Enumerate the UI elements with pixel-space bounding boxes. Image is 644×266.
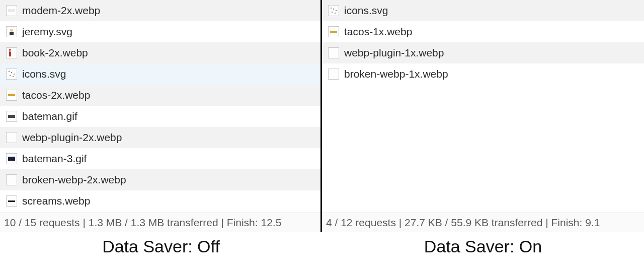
thumb-person-icon [6,26,17,37]
request-row[interactable]: bateman.gif [0,106,320,127]
thumb-book-icon [6,47,17,58]
request-name: broken-webp-1x.webp [344,68,448,80]
svg-point-7 [14,74,15,75]
request-list-right: icons.svgtacos-1x.webpwebp-plugin-1x.web… [322,0,644,213]
request-row[interactable]: jeremy.svg [0,21,320,42]
status-bar-right: 4 / 12 requests | 27.7 KB / 55.9 KB tran… [322,213,644,232]
request-list-left: modem-2x.webpjeremy.svgbook-2x.webpicons… [0,0,320,213]
svg-rect-10 [8,94,15,96]
request-row[interactable]: screams.webp [0,190,320,212]
request-row[interactable]: modem-2x.webp [0,0,320,21]
svg-point-15 [333,9,334,10]
thumb-dark-icon [6,111,17,122]
caption-left: Data Saver: Off [0,232,322,266]
svg-rect-12 [8,157,15,161]
request-name: bateman.gif [22,110,77,122]
request-row[interactable]: bateman-3.gif [0,148,320,169]
thumb-dots-icon [6,69,17,80]
svg-point-9 [13,76,14,77]
request-name: icons.svg [344,5,388,17]
svg-rect-0 [8,9,15,12]
status-bar-left: 10 / 15 requests | 1.3 MB / 1.3 MB trans… [0,213,320,232]
thumb-blank-icon [6,174,17,185]
svg-point-16 [336,10,337,11]
request-name: bateman-3.gif [22,153,87,165]
request-row[interactable]: book-2x.webp [0,42,320,63]
request-name: broken-webp-2x.webp [22,174,126,186]
thumb-blank-icon [6,132,17,143]
svg-rect-2 [10,32,14,35]
thumb-taco-icon [328,26,339,37]
request-row[interactable]: webp-plugin-2x.webp [0,127,320,148]
request-name: icons.svg [22,68,66,80]
svg-point-18 [335,13,336,14]
svg-rect-19 [330,31,337,33]
svg-point-8 [10,75,11,76]
svg-rect-4 [10,50,11,52]
request-row[interactable]: icons.svg [322,0,644,21]
network-panel-right: icons.svgtacos-1x.webpwebp-plugin-1x.web… [322,0,644,232]
request-row[interactable]: broken-webp-1x.webp [322,63,644,85]
thumb-blank-icon [328,47,339,58]
svg-point-5 [9,71,10,72]
caption-right: Data Saver: On [322,232,644,266]
network-panel-left: modem-2x.webpjeremy.svgbook-2x.webpicons… [0,0,322,232]
svg-point-14 [331,8,332,9]
svg-point-17 [332,12,333,13]
thumb-blank-icon [328,69,339,80]
request-name: webp-plugin-1x.webp [344,47,444,59]
thumb-darkblue-icon [6,153,17,164]
request-name: book-2x.webp [22,47,88,59]
svg-point-6 [11,72,12,73]
request-name: webp-plugin-2x.webp [22,131,122,144]
thumb-bar-icon [6,195,17,207]
request-name: tacos-1x.webp [344,26,412,38]
request-name: modem-2x.webp [22,5,100,17]
svg-point-1 [10,29,13,32]
svg-rect-13 [8,201,15,202]
thumb-dots-icon [328,5,339,16]
thumb-taco-icon [6,90,17,101]
request-row[interactable]: broken-webp-2x.webp [0,169,320,190]
request-row[interactable]: webp-plugin-1x.webp [322,42,644,63]
thumb-light-icon [6,5,17,16]
request-name: screams.webp [22,195,90,207]
request-name: jeremy.svg [22,26,72,38]
request-row[interactable]: tacos-2x.webp [0,85,320,106]
svg-rect-11 [8,115,15,118]
request-name: tacos-2x.webp [22,89,90,101]
request-row[interactable]: icons.svg [0,63,320,85]
request-row[interactable]: tacos-1x.webp [322,21,644,42]
